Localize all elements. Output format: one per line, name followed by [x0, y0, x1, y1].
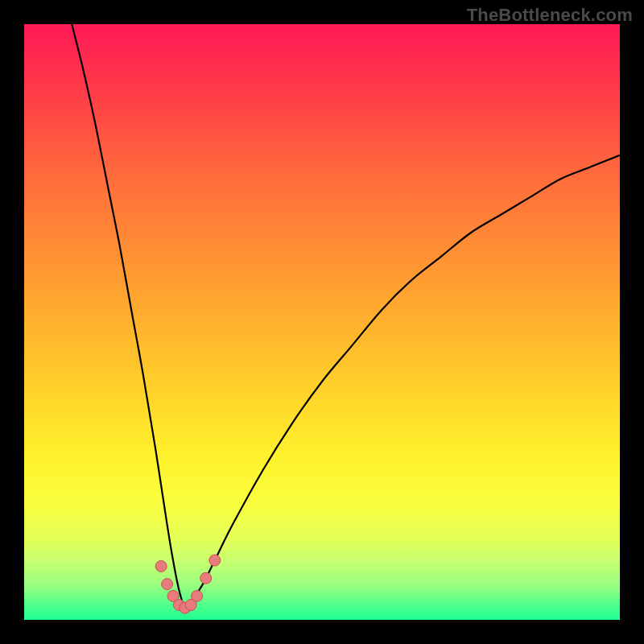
min-marker-6 — [192, 590, 203, 601]
bottleneck-curve-path — [72, 24, 620, 609]
min-marker-8 — [209, 555, 221, 566]
minimum-markers-group — [155, 555, 221, 613]
watermark-text: TheBottleneck.com — [467, 5, 633, 26]
min-marker-0 — [155, 560, 167, 572]
min-marker-1 — [162, 579, 173, 590]
bottleneck-chart — [24, 24, 620, 620]
min-marker-7 — [200, 572, 212, 584]
